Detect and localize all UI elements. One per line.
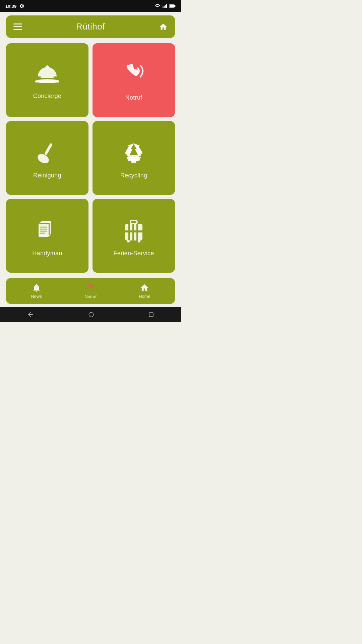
handyman-label: Handyman (32, 250, 62, 257)
bell-icon (32, 283, 41, 292)
time-display: 10:39 (5, 4, 16, 9)
nav-item-home[interactable]: Home (118, 283, 172, 299)
svg-rect-7 (13, 23, 22, 24)
recycling-icon (120, 140, 147, 167)
svg-rect-1 (164, 6, 165, 8)
main-grid: Concierge Notruf Reinigung (0, 40, 181, 276)
status-bar-right (155, 4, 176, 8)
home-nav-icon (140, 283, 149, 292)
svg-rect-28 (125, 230, 142, 232)
nav-item-news[interactable]: News (9, 283, 63, 299)
svg-rect-8 (13, 26, 22, 27)
svg-rect-18 (39, 224, 49, 237)
svg-rect-9 (13, 29, 22, 30)
wifi-icon (155, 4, 160, 8)
home-nav-button[interactable] (88, 312, 94, 318)
android-nav-bar (0, 307, 181, 322)
svg-point-12 (46, 65, 49, 69)
svg-rect-14 (44, 143, 53, 155)
svg-point-31 (89, 312, 94, 317)
notruf-label: Notruf (125, 94, 142, 101)
concierge-label: Concierge (33, 93, 62, 100)
svg-point-15 (36, 152, 50, 165)
nav-phone-icon (85, 283, 96, 293)
reinigung-icon (34, 140, 61, 167)
app-header: Rütihof (6, 15, 175, 38)
svg-rect-2 (165, 5, 166, 8)
recycling-label: Recycling (120, 172, 147, 179)
bottom-nav: News Notruf Home (6, 278, 175, 304)
tile-concierge[interactable]: Concierge (6, 43, 88, 117)
ferien-service-icon (120, 218, 147, 245)
signal-icon (162, 4, 167, 8)
tile-reinigung[interactable]: Reinigung (6, 121, 88, 195)
svg-rect-0 (163, 6, 163, 8)
tile-recycling[interactable]: Recycling (93, 121, 175, 195)
svg-rect-23 (130, 220, 137, 224)
status-bar: 10:39 (0, 0, 181, 12)
handyman-icon (34, 218, 61, 245)
nav-notruf-label: Notruf (84, 294, 96, 299)
reinigung-label: Reinigung (33, 172, 61, 179)
svg-rect-11 (35, 80, 59, 83)
nav-item-notruf[interactable]: Notruf (63, 283, 117, 299)
tile-handyman[interactable]: Handyman (6, 199, 88, 273)
nav-news-label: News (31, 294, 42, 299)
app-title: Rütihof (76, 21, 105, 32)
ferien-service-label: Ferien-Service (113, 250, 154, 257)
home-button[interactable] (159, 22, 168, 31)
settings-icon (19, 3, 24, 9)
svg-rect-32 (149, 313, 153, 317)
nav-home-label: Home (139, 294, 150, 299)
svg-point-29 (127, 240, 130, 243)
svg-point-30 (138, 240, 140, 243)
status-bar-left: 10:39 (5, 3, 24, 9)
menu-button[interactable] (13, 23, 22, 30)
svg-rect-6 (170, 5, 174, 7)
svg-rect-5 (174, 5, 175, 7)
battery-icon (169, 4, 176, 8)
notruf-icon (120, 62, 147, 89)
tile-notruf[interactable]: Notruf (93, 43, 175, 117)
tile-ferien-service[interactable]: Ferien-Service (93, 199, 175, 273)
recents-button[interactable] (148, 312, 154, 318)
svg-rect-3 (166, 4, 167, 8)
svg-rect-13 (41, 76, 54, 78)
back-button[interactable] (27, 311, 34, 318)
concierge-icon (34, 64, 61, 87)
